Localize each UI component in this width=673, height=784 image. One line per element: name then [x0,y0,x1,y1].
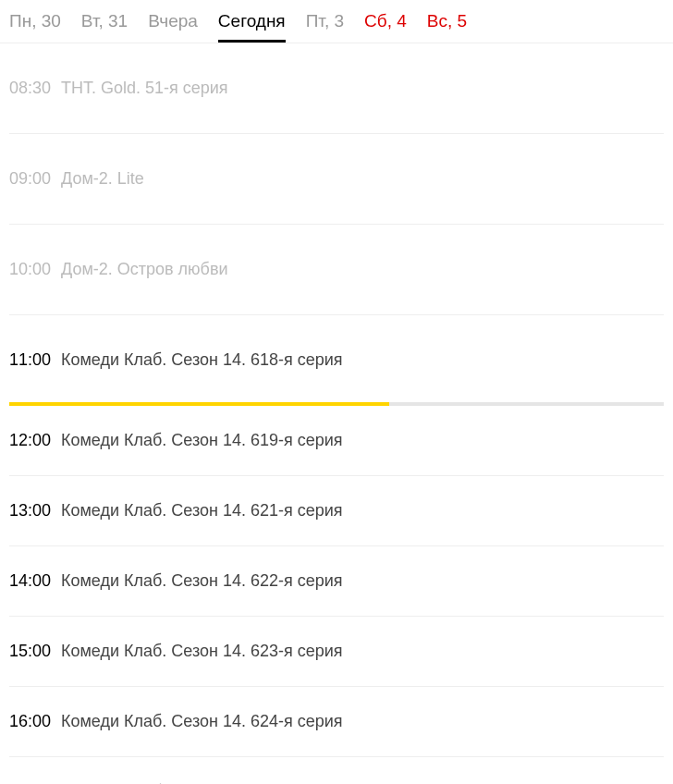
schedule-list: 08:30 ТНТ. Gold. 51-я серия 09:00 Дом-2.… [0,43,673,784]
schedule-title: Комеди Клаб. Сезон 14. 619-я серия [61,431,343,450]
schedule-row[interactable]: 09:00 Дом-2. Lite [9,134,664,225]
schedule-row[interactable]: 14:00 Комеди Клаб. Сезон 14. 622-я серия [9,546,664,617]
schedule-time: 09:00 [9,169,61,189]
schedule-time: 10:00 [9,260,61,279]
schedule-title: Комеди Клаб. Сезон 14. 624-я серия [61,712,343,731]
schedule-title: ТНТ. Gold. 51-я серия [61,79,228,98]
schedule-time: 11:00 [9,350,61,370]
day-tabs: Пн, 30 Вт, 31 Вчера Сегодня Пт, 3 Сб, 4 … [0,0,673,43]
schedule-row[interactable]: 13:00 Комеди Клаб. Сезон 14. 621-я серия [9,476,664,546]
tab-day-1[interactable]: Вт, 31 [81,11,128,43]
schedule-row[interactable]: 12:00 Комеди Клаб. Сезон 14. 619-я серия [9,406,664,476]
schedule-row[interactable]: 17:00 Комеди Клаб. Сезон 15. 628-я серия [9,757,664,784]
schedule-title: Дом-2. Остров любви [61,260,228,279]
schedule-title: Комеди Клаб. Сезон 14. 623-я серия [61,642,343,661]
schedule-title: Комеди Клаб. Сезон 14. 622-я серия [61,571,343,591]
schedule-title: Комеди Клаб. Сезон 14. 621-я серия [61,501,343,521]
schedule-title: Комеди Клаб. Сезон 14. 618-я серия [61,350,343,370]
tab-day-0[interactable]: Пн, 30 [9,11,61,43]
schedule-time: 08:30 [9,79,61,98]
schedule-time: 13:00 [9,501,61,521]
schedule-time: 14:00 [9,571,61,591]
tab-day-6[interactable]: Вс, 5 [427,11,467,43]
schedule-row[interactable]: 11:00 Комеди Клаб. Сезон 14. 618-я серия [9,315,664,406]
tab-day-3[interactable]: Сегодня [218,11,286,43]
schedule-time: 15:00 [9,642,61,661]
schedule-row[interactable]: 15:00 Комеди Клаб. Сезон 14. 623-я серия [9,617,664,687]
schedule-row[interactable]: 10:00 Дом-2. Остров любви [9,225,664,315]
tab-day-2[interactable]: Вчера [148,11,198,43]
schedule-time: 16:00 [9,712,61,731]
tab-day-5[interactable]: Сб, 4 [364,11,407,43]
schedule-title: Дом-2. Lite [61,169,144,189]
tab-day-4[interactable]: Пт, 3 [306,11,344,43]
schedule-row[interactable]: 16:00 Комеди Клаб. Сезон 14. 624-я серия [9,687,664,757]
schedule-row[interactable]: 08:30 ТНТ. Gold. 51-я серия [9,43,664,134]
schedule-time: 12:00 [9,431,61,450]
